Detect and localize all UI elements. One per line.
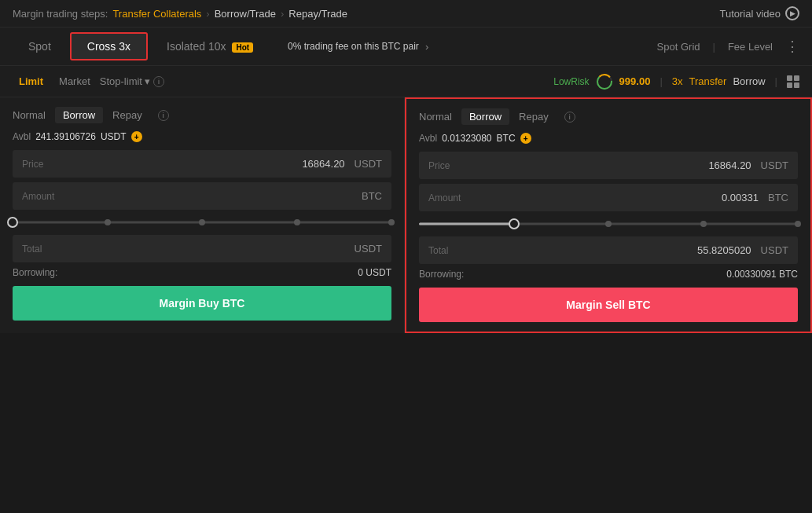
sell-avbl-label: Avbl (419, 133, 437, 144)
sell-avbl-add-button[interactable]: + (520, 133, 531, 144)
transfer-link[interactable]: Transfer (689, 75, 727, 87)
buy-avbl-unit: USDT (101, 131, 127, 142)
sell-mode-borrow[interactable]: Borrow (461, 108, 509, 125)
buy-borrowing-label: Borrowing: (13, 267, 57, 278)
risk-gauge-icon (596, 73, 613, 90)
sell-price-input[interactable]: Price 16864.20 USDT (419, 152, 798, 179)
sell-total-label: Total (428, 245, 448, 256)
sell-total-input[interactable]: Total 55.8205020 USDT (419, 236, 798, 264)
buy-total-unit: USDT (355, 243, 382, 255)
tutorial-video-button[interactable]: Tutorial video ▶ (719, 6, 799, 20)
sell-slider[interactable] (419, 218, 798, 230)
buy-avbl-add-button[interactable]: + (131, 131, 142, 142)
order-type-row: Limit Market Stop-limit ▾ i LowRisk 999.… (0, 66, 812, 97)
buy-slider-thumb[interactable] (7, 217, 18, 228)
spot-grid-link[interactable]: Spot Grid (657, 41, 700, 53)
breadcrumb-bar: Margin trading steps: Transfer Collatera… (0, 0, 812, 27)
breadcrumb: Margin trading steps: Transfer Collatera… (13, 8, 347, 20)
breadcrumb-sep1: › (206, 8, 209, 20)
tab-isolated[interactable]: Isolated 10x Hot (151, 34, 269, 59)
order-type-market[interactable]: Market (53, 72, 97, 90)
buy-slider-tick-50 (199, 219, 205, 225)
sell-amount-input[interactable]: Amount 0.00331 BTC (419, 184, 798, 211)
risk-score: 999.00 (619, 75, 651, 87)
sell-slider-tick-50 (605, 221, 612, 227)
grid-view-icon[interactable] (787, 75, 799, 88)
sell-borrowing-label: Borrowing: (419, 269, 464, 280)
sell-total-unit: USDT (761, 244, 788, 256)
buy-mode-normal[interactable]: Normal (13, 108, 46, 123)
margin-buy-button[interactable]: Margin Buy BTC (13, 286, 391, 321)
buy-price-label: Price (22, 159, 43, 170)
sell-mode-normal[interactable]: Normal (419, 109, 452, 124)
sell-avbl-row: Avbl 0.01323080 BTC + (419, 133, 798, 144)
sell-mode-repay[interactable]: Repay (519, 109, 549, 124)
buy-amount-input[interactable]: Amount BTC (13, 182, 391, 210)
buy-mode-repay[interactable]: Repay (112, 108, 142, 123)
buy-avbl-value: 241.39106726 (35, 131, 96, 142)
right-tabs: Spot Grid | Fee Level ⋮ (657, 38, 799, 55)
buy-borrowing-row: Borrowing: 0 USDT (13, 267, 391, 278)
sell-amount-value: 0.00331 (722, 192, 759, 203)
buy-slider-tick-100 (388, 219, 395, 225)
risk-label: LowRisk (553, 76, 589, 87)
sell-amount-unit: BTC (768, 192, 788, 203)
sell-slider-fill (419, 223, 514, 225)
buy-slider[interactable] (13, 216, 391, 229)
buy-price-input[interactable]: Price 16864.20 USDT (13, 150, 391, 178)
buy-amount-unit: BTC (362, 190, 382, 202)
hot-badge: Hot (232, 42, 253, 53)
buy-avbl-row: Avbl 241.39106726 USDT + (13, 131, 391, 142)
breadcrumb-step1[interactable]: Transfer Collaterals (112, 8, 201, 20)
breadcrumb-step3[interactable]: Repay/Trade (288, 8, 347, 20)
sell-slider-tick-100 (795, 221, 801, 227)
buy-total-input[interactable]: Total USDT (13, 235, 391, 262)
buy-mode-info-icon[interactable]: i (158, 110, 169, 121)
buy-price-value: 16864.20 (302, 158, 344, 170)
tutorial-label: Tutorial video (719, 8, 781, 20)
sell-price-unit: USDT (761, 159, 788, 171)
main-tab-row: Spot Cross 3x Isolated 10x Hot 0% tradin… (0, 27, 812, 66)
buy-amount-label: Amount (22, 191, 54, 202)
borrow-link[interactable]: Borrow (733, 75, 765, 87)
tab-cross[interactable]: Cross 3x (70, 32, 148, 60)
buy-mode-borrow[interactable]: Borrow (55, 107, 103, 123)
tab-spot[interactable]: Spot (13, 34, 67, 59)
promo-arrow[interactable]: › (425, 41, 428, 53)
sell-panel: Normal Borrow Repay i Avbl 0.01323080 BT… (405, 97, 812, 333)
breadcrumb-step2[interactable]: Borrow/Trade (215, 8, 276, 20)
risk-area: LowRisk 999.00 | 3x Transfer Borrow | (553, 73, 799, 90)
order-type-info-icon[interactable]: i (153, 76, 164, 87)
tutorial-play-icon: ▶ (785, 6, 799, 20)
sell-slider-tick-75 (700, 221, 707, 227)
order-type-limit[interactable]: Limit (13, 72, 50, 90)
breadcrumb-prefix: Margin trading steps: (13, 8, 108, 20)
sell-avbl-unit: BTC (497, 133, 516, 144)
buy-avbl-label: Avbl (13, 131, 31, 142)
trading-panels: Normal Borrow Repay i Avbl 241.39106726 … (0, 97, 812, 333)
buy-price-unit: USDT (355, 158, 382, 170)
sell-mode-tabs: Normal Borrow Repay i (419, 108, 798, 125)
fee-level-link[interactable]: Fee Level (728, 41, 773, 53)
sell-price-label: Price (428, 160, 450, 171)
buy-total-label: Total (22, 244, 42, 255)
sell-mode-info-icon[interactable]: i (564, 112, 575, 123)
buy-panel: Normal Borrow Repay i Avbl 241.39106726 … (0, 97, 405, 333)
sell-slider-thumb[interactable] (509, 218, 520, 229)
order-type-stop-limit[interactable]: Stop-limit ▾ (100, 75, 150, 87)
buy-slider-tick-75 (294, 219, 300, 225)
sell-borrowing-value: 0.00330091 BTC (726, 269, 798, 280)
promo-text: 0% trading fee on this BTC pair (288, 41, 419, 52)
multiplier-label: 3x (672, 75, 683, 87)
sell-avbl-value: 0.01323080 (442, 133, 491, 144)
buy-borrowing-value: 0 USDT (358, 267, 391, 278)
more-options-button[interactable]: ⋮ (785, 38, 799, 55)
buy-mode-tabs: Normal Borrow Repay i (13, 107, 391, 123)
breadcrumb-sep2: › (281, 8, 284, 20)
order-types: Limit Market Stop-limit ▾ i (13, 72, 164, 90)
sell-price-value: 16864.20 (708, 159, 751, 171)
promo-area: 0% trading fee on this BTC pair › (288, 41, 653, 53)
buy-slider-tick-25 (105, 219, 111, 225)
sell-borrowing-row: Borrowing: 0.00330091 BTC (419, 269, 798, 280)
margin-sell-button[interactable]: Margin Sell BTC (419, 288, 798, 322)
